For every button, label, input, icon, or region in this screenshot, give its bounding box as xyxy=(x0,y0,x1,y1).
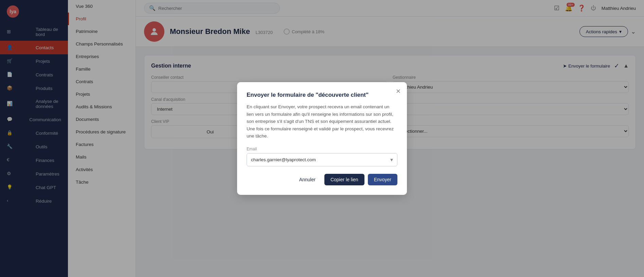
copy-link-button[interactable]: Copier le lien xyxy=(324,174,364,185)
modal-description: En cliquant sur Envoyer, votre prospect … xyxy=(247,103,397,140)
chevron-down-icon[interactable]: ▾ xyxy=(386,153,397,166)
modal-email-input[interactable] xyxy=(247,154,386,165)
send-button[interactable]: Envoyer xyxy=(368,174,397,185)
modal-buttons: Annuler Copier le lien Envoyer xyxy=(247,174,397,185)
modal-email-label: Email xyxy=(247,147,397,151)
modal-close-button[interactable]: ✕ xyxy=(396,88,401,95)
cancel-button[interactable]: Annuler xyxy=(294,174,321,185)
modal-overlay: ✕ Envoyer le formulaire de "découverte c… xyxy=(136,0,644,277)
modal-title: Envoyer le formulaire de "découverte cli… xyxy=(247,92,397,98)
modal-email-row: ▾ xyxy=(247,153,397,166)
main-content: 🔍 ☑ 🔔 99+ ❓ ⏻ Matthieu Andrieu Monsieur … xyxy=(136,0,644,277)
modal-dialog: ✕ Envoyer le formulaire de "découverte c… xyxy=(237,82,407,195)
